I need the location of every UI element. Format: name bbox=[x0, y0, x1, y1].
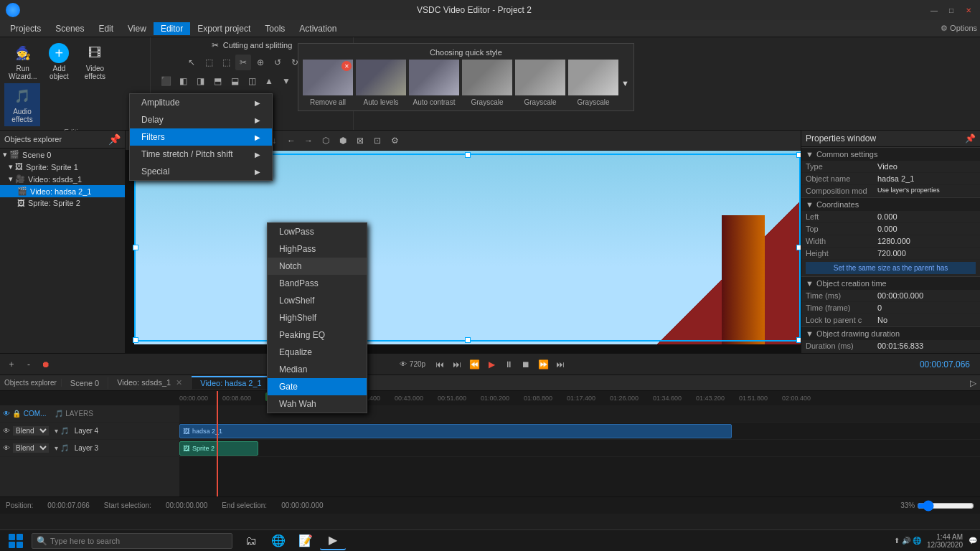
ts-align7[interactable]: ▲ bbox=[261, 73, 277, 89]
menu-editor[interactable]: Editor bbox=[154, 22, 190, 35]
object-drawing-header[interactable]: ▼ Object drawing duration bbox=[801, 326, 980, 340]
audio-effects-button[interactable]: 🎵 Audio effects bbox=[4, 83, 40, 126]
filter-median[interactable]: Median bbox=[268, 361, 367, 378]
taskbar-vsdc[interactable]: ▶ bbox=[320, 532, 346, 550]
ts-btn5[interactable]: ⊕ bbox=[253, 55, 268, 70]
clip-sprite2[interactable]: 🖼 Sprite 2 bbox=[179, 441, 258, 456]
qs-remove-all[interactable]: ✕ Remove all bbox=[303, 60, 353, 106]
dd-timestretch[interactable]: Time stretch / Pitch shift ▶ bbox=[130, 146, 272, 163]
tree-sprite1[interactable]: ▾ 🖼 Sprite: Sprite 1 bbox=[0, 161, 125, 173]
ts-btn6[interactable]: ↺ bbox=[270, 55, 286, 70]
tc-ff[interactable]: ⏩ bbox=[536, 357, 550, 372]
tl-expand[interactable]: ▷ bbox=[966, 376, 980, 390]
same-size-button[interactable]: Set the same size as the parent has bbox=[806, 262, 976, 274]
qs-grayscale2[interactable]: Grayscale bbox=[515, 60, 565, 106]
handle-mr[interactable] bbox=[796, 245, 801, 250]
objects-explorer-tab[interactable]: Objects explorer bbox=[0, 379, 62, 387]
ts-align2[interactable]: ◧ bbox=[175, 73, 191, 89]
ts-mode11[interactable]: → bbox=[301, 133, 316, 149]
ts-mode14[interactable]: ⊠ bbox=[352, 133, 368, 149]
menu-projects[interactable]: Projects bbox=[3, 22, 48, 35]
handle-ml[interactable] bbox=[133, 245, 138, 250]
maximize-button[interactable]: □ bbox=[946, 4, 957, 16]
handle-tr[interactable] bbox=[796, 152, 801, 158]
menu-tools[interactable]: Tools bbox=[258, 22, 292, 35]
zoom-slider[interactable] bbox=[917, 500, 974, 512]
ts-mode13[interactable]: ⬢ bbox=[335, 133, 351, 149]
zoom-control[interactable]: 33% bbox=[900, 500, 974, 512]
dd-special[interactable]: Special ▶ bbox=[130, 163, 272, 180]
tree-sprite2[interactable]: 🖼 Sprite: Sprite 2 bbox=[0, 197, 125, 209]
filter-bandpass[interactable]: BandPass bbox=[268, 275, 367, 292]
tree-video1[interactable]: ▾ 🎥 Video: sdsds_1 bbox=[0, 173, 125, 185]
taskbar-files[interactable]: 🗂 bbox=[238, 532, 264, 550]
common-settings-header[interactable]: ▼ Common settings bbox=[801, 147, 980, 161]
handle-tm[interactable] bbox=[465, 152, 471, 158]
ts-mode10[interactable]: ← bbox=[283, 133, 299, 149]
run-wizard-button[interactable]: 🧙 Run Wizard... bbox=[4, 40, 41, 83]
tc-rec[interactable]: ⏺ bbox=[39, 357, 53, 372]
add-object-button[interactable]: + Add object bbox=[41, 40, 77, 83]
blend-select-4[interactable]: Blend bbox=[13, 426, 49, 435]
tc-rewind[interactable]: ⏪ bbox=[467, 357, 481, 372]
dd-amplitude[interactable]: Amplitude ▶ bbox=[130, 94, 272, 111]
tc-add[interactable]: + bbox=[4, 357, 19, 372]
tl-tab-scene0[interactable]: Scene 0 bbox=[62, 377, 108, 389]
menu-activation[interactable]: Activation bbox=[292, 22, 344, 35]
ts-align5[interactable]: ⬓ bbox=[227, 73, 242, 89]
pin-icon[interactable]: 📌 bbox=[108, 133, 121, 145]
ts-select2[interactable]: ⬚ bbox=[218, 55, 234, 70]
taskbar-browser[interactable]: 🌐 bbox=[265, 532, 291, 550]
filter-lowshelf[interactable]: LowShelf bbox=[268, 292, 367, 309]
qs-auto-contrast[interactable]: Auto contrast bbox=[409, 60, 459, 106]
taskbar-word[interactable]: 📝 bbox=[293, 532, 319, 550]
handle-br[interactable] bbox=[796, 337, 801, 343]
object-creation-header[interactable]: ▼ Object creation time bbox=[801, 276, 980, 290]
handle-bm[interactable] bbox=[465, 337, 471, 343]
qs-grayscale1[interactable]: Grayscale bbox=[462, 60, 512, 106]
filter-peaking[interactable]: Peaking EQ bbox=[268, 326, 367, 344]
tc-end[interactable]: ⏭ bbox=[553, 357, 567, 372]
tl-tab-video1[interactable]: Video: sdsds_1 ✕ bbox=[108, 377, 192, 389]
timeline-content[interactable]: 🖼 hadsa 2_1 🖼 Sprite 2 bbox=[179, 405, 980, 496]
ts-mode15[interactable]: ⊡ bbox=[369, 133, 385, 149]
tc-pause[interactable]: ⏸ bbox=[501, 357, 516, 372]
menu-scenes[interactable]: Scenes bbox=[48, 22, 91, 35]
ts-align3[interactable]: ◨ bbox=[192, 73, 208, 89]
tc-prev[interactable]: ⏭ bbox=[450, 357, 464, 372]
qs-expand[interactable]: ▼ bbox=[621, 60, 629, 106]
ts-align1[interactable]: ⬛ bbox=[158, 73, 174, 89]
tree-video-hadsa[interactable]: 🎬 Video: hadsa 2_1 bbox=[0, 185, 125, 197]
qs-grayscale3[interactable]: Grayscale bbox=[568, 60, 618, 106]
ts-cut[interactable]: ✂ bbox=[235, 55, 251, 70]
ts-select[interactable]: ⬚ bbox=[201, 55, 217, 70]
filter-highpass[interactable]: HighPass bbox=[268, 240, 367, 258]
tab-close-video1[interactable]: ✕ bbox=[176, 378, 182, 387]
ts-mode12[interactable]: ⬡ bbox=[318, 133, 334, 149]
notification-icon[interactable]: 💬 bbox=[969, 537, 977, 545]
filter-notch[interactable]: Notch bbox=[268, 258, 367, 275]
tc-remove[interactable]: - bbox=[22, 357, 36, 372]
clip-hadsa[interactable]: 🖼 hadsa 2_1 bbox=[179, 424, 732, 438]
pin-properties-icon[interactable]: 📌 bbox=[965, 133, 976, 143]
start-button[interactable] bbox=[3, 532, 29, 550]
tc-play[interactable]: ▶ bbox=[484, 357, 499, 372]
menu-edit[interactable]: Edit bbox=[91, 22, 121, 35]
taskbar-search[interactable]: 🔍 Type here to search bbox=[32, 533, 232, 549]
ts-align4[interactable]: ⬒ bbox=[209, 73, 225, 89]
options-button[interactable]: ⚙ Options bbox=[941, 24, 977, 33]
dd-filters[interactable]: Filters ▶ bbox=[130, 128, 272, 146]
video-canvas[interactable] bbox=[126, 151, 801, 353]
filter-gate[interactable]: Gate bbox=[268, 378, 367, 395]
ts-align6[interactable]: ◫ bbox=[244, 73, 260, 89]
video-effects-button[interactable]: 🎞 Video effects bbox=[77, 40, 113, 83]
menu-view[interactable]: View bbox=[121, 22, 154, 35]
filter-highshelf[interactable]: HighShelf bbox=[268, 309, 367, 326]
qs-auto-levels[interactable]: Auto levels bbox=[356, 60, 406, 106]
ts-cursor[interactable]: ↖ bbox=[184, 55, 199, 70]
ts-mode16[interactable]: ⚙ bbox=[387, 133, 402, 149]
filter-equalize[interactable]: Equalize bbox=[268, 344, 367, 361]
close-button[interactable]: ✕ bbox=[963, 4, 974, 16]
tree-scene0[interactable]: ▾ 🎬 Scene 0 bbox=[0, 149, 125, 161]
dd-delay[interactable]: Delay ▶ bbox=[130, 111, 272, 128]
